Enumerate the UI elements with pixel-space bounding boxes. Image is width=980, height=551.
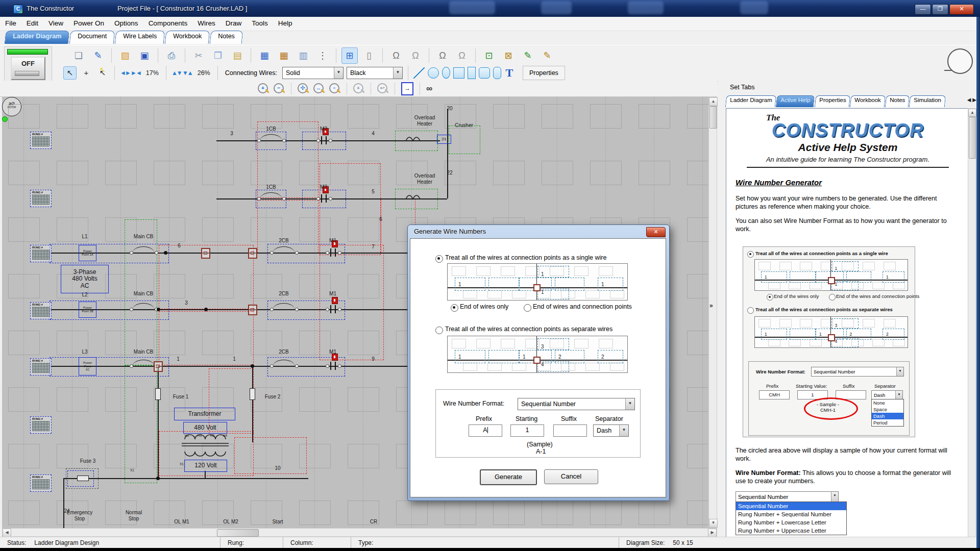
cut-icon[interactable]: ✂ bbox=[190, 47, 207, 64]
print-icon[interactable]: ⎙ bbox=[163, 47, 180, 64]
maximize-button[interactable]: ❐ bbox=[932, 4, 948, 15]
help-panel-scrollbar[interactable]: ▲ ▼ bbox=[968, 108, 976, 548]
wire-connect-locked-icon[interactable]: Ω bbox=[407, 47, 424, 64]
zoom-all-icon[interactable]: ✣ bbox=[298, 83, 309, 94]
format-option-1[interactable]: Sequential Number bbox=[736, 502, 846, 510]
workbook-grid-icon[interactable]: ▦ bbox=[276, 47, 292, 64]
doc-tab-wire-labels[interactable]: Wire Labels bbox=[115, 31, 165, 44]
help-tab-simulation[interactable]: Simulation bbox=[909, 95, 945, 107]
text-tool[interactable]: T bbox=[504, 67, 514, 79]
format-option-2[interactable]: Rung Number + Sequential Number bbox=[736, 510, 846, 518]
prefix-input[interactable]: A bbox=[469, 424, 502, 437]
menu-options[interactable]: Options bbox=[109, 17, 143, 30]
doc-tab-ladder-diagram[interactable]: Ladder Diagram bbox=[5, 31, 70, 44]
tab-scroll-left-icon[interactable]: ◀ bbox=[967, 97, 971, 103]
menu-tools[interactable]: Tools bbox=[247, 17, 273, 30]
rung-marker[interactable]: RUNG # bbox=[30, 190, 52, 207]
menu-draw[interactable]: Draw bbox=[220, 17, 247, 30]
shape-circle-tool[interactable] bbox=[428, 67, 439, 79]
chevron-down-icon[interactable]: ▼ bbox=[625, 398, 634, 410]
scroll-up-arrow[interactable]: ▲ bbox=[709, 97, 718, 106]
chevron-down-icon[interactable]: ▼ bbox=[831, 492, 838, 502]
wire-connect-icon[interactable]: Ω bbox=[388, 47, 404, 64]
chevron-down-icon[interactable]: ▼ bbox=[334, 67, 343, 79]
menu-file[interactable]: File bbox=[0, 17, 21, 30]
radio-end-of-wires-only[interactable] bbox=[451, 304, 458, 312]
shape-ellipse-tool[interactable] bbox=[442, 67, 450, 79]
shape-line-tool[interactable] bbox=[413, 67, 425, 79]
shape-rrect-tool[interactable] bbox=[493, 67, 501, 79]
rung-marker[interactable]: RUNG # bbox=[30, 474, 52, 492]
wire-color-dropdown[interactable]: Black▼ bbox=[347, 67, 403, 79]
scroll-left-arrow[interactable]: ◀ bbox=[3, 529, 11, 537]
chevron-down-icon[interactable]: ▼ bbox=[393, 67, 402, 79]
highlight-select-tool[interactable]: ↖ bbox=[96, 66, 109, 80]
scroll-down-arrow[interactable]: ▼ bbox=[709, 519, 718, 528]
new-file-icon[interactable]: ❏ bbox=[70, 47, 87, 64]
copy-icon[interactable]: ❐ bbox=[210, 47, 226, 64]
menu-wires[interactable]: Wires bbox=[192, 17, 220, 30]
menu-view[interactable]: View bbox=[43, 17, 68, 30]
wire-disconnect-locked-icon[interactable]: Ω bbox=[454, 47, 470, 64]
help-tab-notes[interactable]: Notes bbox=[885, 95, 909, 107]
rung-marker[interactable]: RUNG # bbox=[30, 358, 52, 375]
help-tab-active-help[interactable]: Active Help bbox=[776, 95, 815, 107]
zoom-previous-icon[interactable]: ↩ bbox=[377, 83, 388, 94]
help-tab-ladder-diagram[interactable]: Ladder Diagram bbox=[725, 95, 777, 107]
find-binoculars-icon[interactable]: ∞ bbox=[426, 84, 432, 94]
help-tab-workbook[interactable]: Workbook bbox=[850, 95, 886, 107]
doc-tab-notes[interactable]: Notes bbox=[210, 31, 243, 44]
rung-marker[interactable]: RUNG # bbox=[30, 302, 52, 319]
tab-scroll-arrows[interactable]: ◀ ▶ bbox=[967, 97, 976, 103]
properties-button[interactable]: Properties bbox=[523, 66, 565, 80]
settings-sliders-icon[interactable]: ⋮ bbox=[314, 47, 331, 64]
vertical-scroll-thumb[interactable] bbox=[709, 106, 717, 129]
wire-disconnect-icon[interactable]: Ω bbox=[434, 47, 451, 64]
power-off-switch[interactable]: OFF bbox=[11, 57, 45, 80]
open-file-icon[interactable]: ▨ bbox=[117, 47, 133, 64]
document-page-icon[interactable]: ▥ bbox=[295, 47, 311, 64]
verify-circuit-icon[interactable]: ⊡ bbox=[481, 47, 497, 64]
next-page-icon[interactable]: → bbox=[401, 82, 413, 95]
paste-icon[interactable]: ▤ bbox=[229, 47, 246, 64]
panel-expander-handle[interactable]: » bbox=[709, 302, 713, 309]
verify-circuit-locked-icon[interactable]: ⊠ bbox=[500, 47, 517, 64]
tab-scroll-right-icon[interactable]: ▶ bbox=[972, 97, 976, 103]
minimize-button[interactable]: — bbox=[915, 4, 931, 15]
rung-marker[interactable]: RUNG # bbox=[30, 245, 52, 262]
shape-square-tool[interactable] bbox=[453, 67, 464, 79]
vertical-scale-arrows-icon[interactable]: ▲▼ ▼▲ bbox=[172, 69, 192, 77]
cancel-button[interactable]: Cancel bbox=[544, 469, 598, 484]
draw-check-icon[interactable]: ✎ bbox=[520, 47, 536, 64]
radio-end-and-connection-points[interactable] bbox=[524, 304, 531, 312]
horizontal-scroll-thumb[interactable] bbox=[217, 529, 259, 537]
horizontal-scale-arrows-icon[interactable]: ◄► ►◄ bbox=[120, 69, 141, 77]
menu-edit[interactable]: Edit bbox=[21, 17, 43, 30]
rung-marker[interactable]: RUNG # bbox=[30, 416, 52, 434]
menu-help[interactable]: Help bbox=[273, 17, 298, 30]
scroll-up-arrow[interactable]: ▲ bbox=[968, 109, 976, 117]
format-option-4[interactable]: Rung Number + Uppercase Letter bbox=[736, 527, 846, 535]
zoom-in-icon[interactable]: + bbox=[258, 83, 269, 94]
menu-power-on[interactable]: Power On bbox=[68, 17, 109, 30]
dialog-close-button[interactable]: ✕ bbox=[646, 227, 666, 237]
scroll-right-arrow[interactable]: ▶ bbox=[708, 529, 717, 537]
menu-components[interactable]: Components bbox=[143, 17, 193, 30]
canvas-vertical-scrollbar[interactable]: ▲ ▼ bbox=[708, 97, 717, 528]
help-scroll-thumb[interactable] bbox=[969, 117, 976, 159]
separator-dropdown[interactable]: Dash ▼ bbox=[593, 424, 629, 437]
shape-rsquare-tool[interactable] bbox=[479, 67, 490, 79]
shape-rect-tool[interactable] bbox=[468, 67, 476, 79]
draw-locked-icon[interactable]: ✎ bbox=[539, 47, 555, 64]
doc-tab-workbook[interactable]: Workbook bbox=[165, 31, 210, 44]
rung-marker[interactable]: RUNG # bbox=[30, 132, 52, 149]
wire-style-dropdown[interactable]: Solid▼ bbox=[282, 67, 344, 79]
radio-single-wire[interactable] bbox=[435, 255, 443, 263]
generate-button[interactable]: Generate bbox=[480, 469, 537, 485]
starting-input[interactable]: 1 bbox=[510, 424, 544, 437]
precision-select-tool[interactable]: + bbox=[80, 66, 93, 80]
help-tab-properties[interactable]: Properties bbox=[814, 95, 850, 107]
title-bar[interactable]: C The Constructor Project File - [ Const… bbox=[0, 0, 980, 17]
format-dropdown[interactable]: Sequential Number ▼ bbox=[518, 398, 635, 410]
wire-number-format-dropdown[interactable]: Sequential Number ▼ bbox=[736, 491, 839, 503]
